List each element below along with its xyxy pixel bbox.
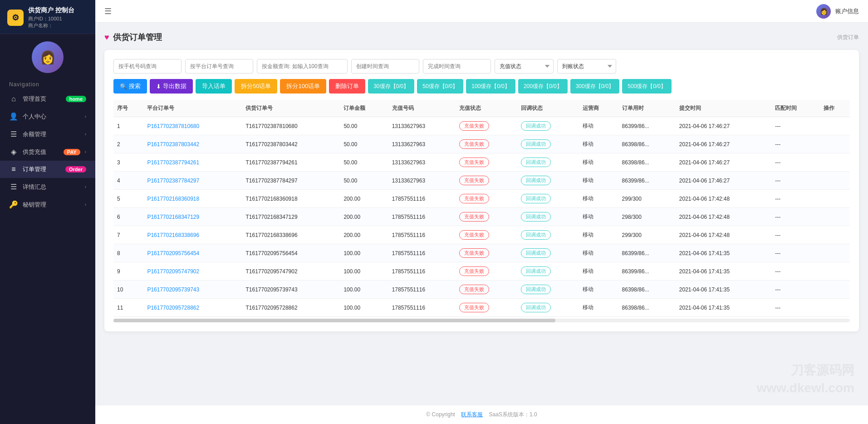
split100-button[interactable]: 拆分100话单 bbox=[280, 79, 326, 94]
cell-callback-status: 回调成功 bbox=[517, 117, 579, 135]
cell-match-time: --- bbox=[771, 172, 819, 190]
charge-status-select[interactable]: 充值状态 bbox=[495, 59, 554, 74]
cell-platform-order: P1617702387784297 bbox=[143, 172, 242, 190]
cell-phone: 17857551116 bbox=[388, 299, 456, 317]
sidebar-item-detail[interactable]: ☰ 详情汇总 › bbox=[0, 178, 95, 196]
search-button[interactable]: 🔍 搜索 bbox=[113, 79, 147, 94]
cell-supply-order: T1617702387803442 bbox=[242, 135, 340, 153]
cell-platform-order: P1617702095756454 bbox=[143, 244, 242, 262]
delete-button[interactable]: 删除订单 bbox=[329, 79, 365, 94]
cell-carrier: 移动 bbox=[579, 172, 618, 190]
table-wrapper: 序号 平台订单号 供货订单号 订单金额 充值号码 充值状态 回调状态 运营商 订… bbox=[113, 100, 850, 322]
cell-seq: 11 bbox=[113, 299, 143, 317]
amount-search-input[interactable] bbox=[257, 59, 348, 74]
cell-charge-status: 充值失败 bbox=[456, 153, 517, 172]
sidebar-item-order[interactable]: ≡ 订单管理 Order bbox=[0, 161, 95, 178]
cell-op bbox=[820, 299, 850, 317]
topbar: ☰ 👩 账户信息 bbox=[95, 0, 868, 23]
cache500-button[interactable]: 500缓存【0/0】 bbox=[622, 79, 672, 94]
cell-phone: 13133627963 bbox=[388, 135, 456, 153]
balance-icon: ☰ bbox=[9, 130, 18, 138]
sidebar-item-personal[interactable]: 👤 个人中心 › bbox=[0, 108, 95, 125]
phone-search-input[interactable] bbox=[113, 59, 181, 74]
cell-platform-order: P1617702095739743 bbox=[143, 281, 242, 299]
split50-button[interactable]: 拆分50话单 bbox=[235, 79, 277, 94]
cell-carrier: 移动 bbox=[579, 117, 618, 135]
cell-submit-time: 2021-04-06 17:42:48 bbox=[676, 208, 772, 226]
cell-platform-order: P1617702387803442 bbox=[143, 135, 242, 153]
sidebar-item-label-order: 订单管理 bbox=[23, 165, 61, 173]
cell-platform-order: P1617702387810680 bbox=[143, 117, 242, 135]
cell-carrier: 移动 bbox=[579, 299, 618, 317]
cell-supply-order: T1617702168338696 bbox=[242, 226, 340, 244]
scrollbar-thumb[interactable] bbox=[113, 319, 555, 322]
create-time-search-input[interactable] bbox=[351, 59, 419, 74]
cell-callback-status: 回调成功 bbox=[517, 226, 579, 244]
cell-duration: 86398/86... bbox=[618, 153, 676, 172]
export-button[interactable]: ⬇ 导出数据 bbox=[150, 79, 193, 94]
cell-carrier: 移动 bbox=[579, 226, 618, 244]
chevron-right-icon: › bbox=[85, 114, 86, 119]
cache50-button[interactable]: 50缓存【0/0】 bbox=[417, 79, 463, 94]
cell-seq: 6 bbox=[113, 208, 143, 226]
cell-submit-time: 2021-04-06 17:46:27 bbox=[676, 135, 772, 153]
col-match-time: 匹配时间 bbox=[771, 100, 819, 117]
account-label[interactable]: 账户信息 bbox=[835, 7, 859, 15]
cell-callback-status: 回调成功 bbox=[517, 153, 579, 172]
chevron-right-icon-4: › bbox=[85, 184, 86, 189]
sidebar-item-home[interactable]: ⌂ 管理首页 home bbox=[0, 90, 95, 108]
cell-match-time: --- bbox=[771, 281, 819, 299]
cell-carrier: 移动 bbox=[579, 135, 618, 153]
cell-seq: 7 bbox=[113, 226, 143, 244]
cell-submit-time: 2021-04-06 17:46:27 bbox=[676, 117, 772, 135]
cell-platform-order: P1617702168360918 bbox=[143, 190, 242, 208]
page-title-text: 供货订单管理 bbox=[113, 32, 162, 43]
cache200-button[interactable]: 200缓存【0/0】 bbox=[518, 79, 568, 94]
import-button[interactable]: 导入话单 bbox=[196, 79, 232, 94]
account-avatar: 👩 bbox=[816, 4, 831, 19]
account-status-select[interactable]: 到账状态 bbox=[557, 59, 616, 74]
cell-carrier: 移动 bbox=[579, 153, 618, 172]
home-badge: home bbox=[66, 96, 86, 102]
cell-charge-status: 充值失败 bbox=[456, 208, 517, 226]
cell-match-time: --- bbox=[771, 244, 819, 262]
cache30-button[interactable]: 30缓存【0/0】 bbox=[368, 79, 414, 94]
cell-supply-order: T1617702095747902 bbox=[242, 262, 340, 281]
cell-charge-status: 充值失败 bbox=[456, 172, 517, 190]
col-supply-order: 供货订单号 bbox=[242, 100, 340, 117]
table-row: 7 P1617702168338696 T1617702168338696 20… bbox=[113, 226, 850, 244]
chevron-right-icon-5: › bbox=[85, 202, 86, 207]
table-body: 1 P1617702387810680 T1617702387810680 50… bbox=[113, 117, 850, 317]
sidebar-item-supply[interactable]: ◈ 供货充值 PAY › bbox=[0, 143, 95, 161]
sidebar-item-secret[interactable]: 🔑 秘钥管理 › bbox=[0, 196, 95, 213]
cell-callback-status: 回调成功 bbox=[517, 190, 579, 208]
cache100-button[interactable]: 100缓存【0/0】 bbox=[466, 79, 515, 94]
cell-submit-time: 2021-04-06 17:41:35 bbox=[676, 299, 772, 317]
cell-op bbox=[820, 172, 850, 190]
cell-amount: 50.00 bbox=[340, 117, 388, 135]
col-phone: 充值号码 bbox=[388, 100, 456, 117]
cell-duration: 86399/86... bbox=[618, 117, 676, 135]
cell-platform-order: P1617702095728862 bbox=[143, 299, 242, 317]
cell-charge-status: 充值失败 bbox=[456, 262, 517, 281]
sidebar-item-label-secret: 秘钥管理 bbox=[23, 201, 80, 209]
table-row: 8 P1617702095756454 T1617702095756454 10… bbox=[113, 244, 850, 262]
cell-phone: 17857551116 bbox=[388, 226, 456, 244]
sidebar-header: ⚙ 供货商户 控制台 商户ID：10001 商户名称： bbox=[0, 0, 95, 34]
cell-supply-order: T1617702095739743 bbox=[242, 281, 340, 299]
cell-amount: 50.00 bbox=[340, 172, 388, 190]
horizontal-scrollbar[interactable] bbox=[113, 319, 850, 322]
cell-seq: 2 bbox=[113, 135, 143, 153]
cell-callback-status: 回调成功 bbox=[517, 244, 579, 262]
complete-time-search-input[interactable] bbox=[423, 59, 491, 74]
cell-charge-status: 充值失败 bbox=[456, 190, 517, 208]
menu-toggle-icon[interactable]: ☰ bbox=[104, 6, 112, 16]
platform-order-search-input[interactable] bbox=[185, 59, 253, 74]
sidebar-item-balance[interactable]: ☰ 余额管理 › bbox=[0, 125, 95, 143]
personal-icon: 👤 bbox=[9, 112, 18, 121]
cell-duration: 298/300 bbox=[618, 208, 676, 226]
table-row: 2 P1617702387803442 T1617702387803442 50… bbox=[113, 135, 850, 153]
cell-op bbox=[820, 153, 850, 172]
cache300-button[interactable]: 300缓存【0/0】 bbox=[570, 79, 620, 94]
cell-duration: 86398/86... bbox=[618, 281, 676, 299]
